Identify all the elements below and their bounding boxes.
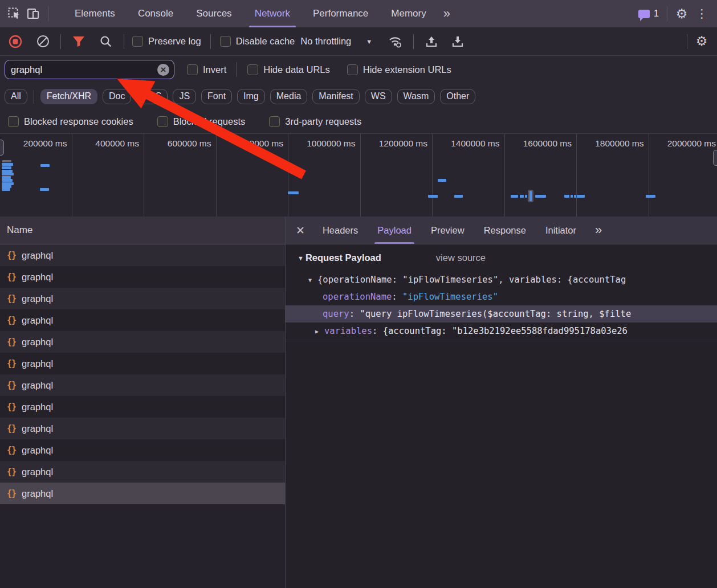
type-filter-js[interactable]: JS [173,89,196,104]
clear-filter-icon[interactable]: ✕ [157,64,169,76]
request-name: graphql [22,423,53,434]
blocked-requests-checkbox[interactable]: Blocked requests [157,116,246,127]
checkbox-box [269,116,280,127]
type-filter-doc[interactable]: Doc [103,89,131,104]
request-payload-title: Request Payload [305,252,381,263]
table-row[interactable]: {}graphql [0,244,285,266]
detail-tab-headers[interactable]: Headers [313,217,368,244]
type-filter-ws[interactable]: WS [365,89,392,104]
collapse-triangle-icon[interactable]: ▼ [298,255,304,262]
type-filter-font[interactable]: Font [201,89,232,104]
payload-key: variables [324,326,372,336]
waterfall-bar [288,191,299,194]
third-party-label: 3rd-party requests [285,116,361,127]
more-tabs-icon[interactable]: » [438,6,455,21]
payload-preview-line[interactable]: ▼ {operationName: "ipFlowTimeseries", va… [286,271,717,288]
type-filter-wasm[interactable]: Wasm [397,89,435,104]
tab-elements[interactable]: Elements [63,0,127,27]
preserve-log-checkbox[interactable]: Preserve log [132,36,201,47]
table-row[interactable]: {}graphql [0,439,285,461]
divider [48,6,48,21]
search-icon[interactable] [96,32,116,51]
filter-text-input[interactable]: graphql ✕ [5,60,174,79]
network-conditions-icon[interactable] [386,32,405,51]
kebab-menu-icon[interactable]: ⋮ [691,7,712,21]
timeline-tick-label: 1800000 ms [595,138,643,149]
type-filter-img[interactable]: Img [237,89,265,104]
request-name: graphql [22,337,53,348]
tab-sources[interactable]: Sources [185,0,243,27]
table-row[interactable]: {}graphql [0,309,285,331]
network-settings-gear-icon[interactable]: ⚙ [692,32,711,51]
type-filter-manifest[interactable]: Manifest [312,89,359,104]
waterfall-bar [535,195,546,198]
json-request-icon: {} [7,315,16,325]
name-column-header[interactable]: Name [0,217,285,244]
disable-cache-checkbox[interactable]: Disable cache [220,36,295,47]
blocked-response-cookies-checkbox[interactable]: Blocked response cookies [8,116,133,127]
resource-type-filters: AllFetch/XHRDocCSSJSFontImgMediaManifest… [0,83,717,110]
table-row[interactable]: {}graphql [0,331,285,353]
payload-entry-row[interactable]: ▶ variables: {accountTag: "b12e3b2192ee5… [286,322,717,340]
tab-console[interactable]: Console [127,0,185,27]
third-party-requests-checkbox[interactable]: 3rd-party requests [269,116,361,127]
blocked-requests-label: Blocked requests [173,116,246,127]
table-row[interactable]: {}graphql [0,418,285,439]
expand-triangle-icon[interactable]: ▶ [313,328,321,334]
type-filter-media[interactable]: Media [270,89,308,104]
timeline-section: 2000000 ms [649,134,717,217]
type-filter-css[interactable]: CSS [136,89,168,104]
request-name: graphql [22,250,53,261]
close-icon[interactable]: ✕ [286,224,313,237]
waterfall-bar [454,195,463,198]
type-filter-fetchxhr[interactable]: Fetch/XHR [40,89,97,104]
payload-entry-row[interactable]: operationName: "ipFlowTimeseries" [286,288,717,305]
tab-memory[interactable]: Memory [380,0,437,27]
invert-checkbox[interactable]: Invert [187,64,226,75]
collapse-triangle-icon[interactable]: ▼ [306,277,314,283]
filter-icon[interactable] [69,32,88,51]
record-network-log-button[interactable] [6,32,25,51]
payload-entry-row-highlighted[interactable]: query: "query ipFlowTimeseries($accountT… [286,305,717,322]
table-row[interactable]: {}graphql [0,461,285,483]
tab-network[interactable]: Network [243,0,302,27]
table-row[interactable]: {}graphql [0,396,285,418]
type-filter-other[interactable]: Other [440,89,475,104]
table-row[interactable]: {}graphql [0,374,285,396]
json-request-icon: {} [7,358,16,369]
timeline-section: 800000 ms [217,134,289,217]
type-filter-all[interactable]: All [5,89,27,104]
hide-extension-urls-checkbox[interactable]: Hide extension URLs [347,64,451,75]
detail-tab-preview[interactable]: Preview [421,217,474,244]
table-row[interactable]: {}graphql [0,288,285,309]
clear-network-log-button[interactable] [33,32,52,51]
view-source-link[interactable]: view source [436,252,486,263]
export-har-icon[interactable] [448,32,467,51]
name-column-label: Name [7,224,32,236]
tab-performance[interactable]: Performance [302,0,380,27]
device-toolbar-icon[interactable] [24,4,43,23]
more-detail-tabs-icon[interactable]: » [589,223,606,238]
network-overview-timeline[interactable]: 200000 ms400000 ms600000 ms800000 ms1000… [0,134,717,218]
inspect-element-icon[interactable] [5,4,24,23]
table-row[interactable]: {}graphql [0,266,285,288]
chevron-down-icon: ▼ [366,38,372,45]
json-request-icon: {} [7,250,16,260]
json-request-icon: {} [7,337,16,347]
filter-value: graphql [11,64,157,75]
settings-gear-icon[interactable]: ⚙ [672,4,691,23]
detail-tab-response[interactable]: Response [474,217,536,244]
waterfall-bar [564,195,569,198]
timeline-tick-label: 1600000 ms [523,138,572,149]
detail-tab-payload[interactable]: Payload [368,217,421,244]
request-name: graphql [22,272,53,283]
hide-data-urls-checkbox[interactable]: Hide data URLs [247,64,329,75]
table-row[interactable]: {}graphql [0,353,285,374]
waterfall-bar [577,195,585,198]
detail-tab-initiator[interactable]: Initiator [536,217,586,244]
import-har-icon[interactable] [422,32,441,51]
table-row[interactable]: {}graphql [0,483,285,504]
issues-button[interactable]: 1 [635,9,662,19]
throttling-dropdown[interactable]: No throttling ▼ [300,36,372,47]
timeline-section: 1800000 ms [577,134,649,217]
